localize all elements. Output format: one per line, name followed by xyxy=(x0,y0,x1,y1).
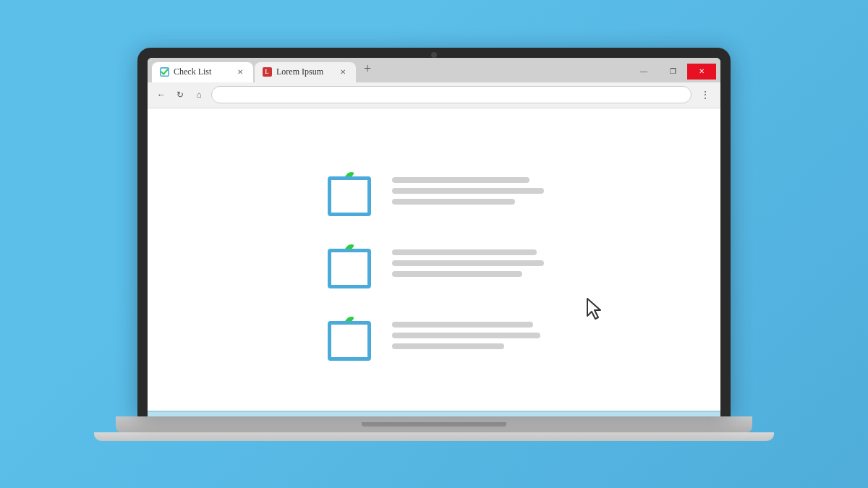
minimize-button[interactable]: — xyxy=(629,64,658,80)
home-button[interactable]: ⌂ xyxy=(192,88,205,101)
text-line-1-1 xyxy=(392,177,529,183)
checkbox-3[interactable]: ✓ xyxy=(324,310,375,361)
browser-status-bar xyxy=(148,411,720,416)
browser-window: Check List ✕ L Lorem Ipsum ✕ + — ❐ xyxy=(148,58,720,416)
laptop-screen: Check List ✕ L Lorem Ipsum ✕ + — ❐ xyxy=(137,48,731,416)
text-line-1-2 xyxy=(392,188,544,194)
restore-button[interactable]: ❐ xyxy=(658,64,687,80)
browser-menu-button[interactable]: ⋮ xyxy=(697,89,713,101)
tab-checklist-label: Check List xyxy=(174,67,230,77)
tab-checklist[interactable]: Check List ✕ xyxy=(152,62,253,82)
lorem-favicon: L xyxy=(262,67,272,77)
text-line-3-3 xyxy=(392,343,504,349)
text-line-1-3 xyxy=(392,199,515,205)
camera xyxy=(431,52,437,58)
back-button[interactable]: ← xyxy=(155,88,168,101)
text-lines-3 xyxy=(392,322,540,349)
text-lines-2 xyxy=(392,249,544,277)
laptop: Check List ✕ L Lorem Ipsum ✕ + — ❐ xyxy=(94,48,774,441)
laptop-hinge xyxy=(362,422,506,427)
checklist-favicon xyxy=(159,67,169,77)
text-line-3-2 xyxy=(392,333,540,338)
checklist-item-3: ✓ xyxy=(324,310,544,361)
svg-marker-1 xyxy=(587,299,600,319)
close-button[interactable]: ✕ xyxy=(687,64,716,80)
checkbox-box-1 xyxy=(328,176,371,216)
checklist-item-1: ✓ xyxy=(324,166,544,216)
mouse-cursor-icon xyxy=(584,297,605,324)
tab-lorem[interactable]: L Lorem Ipsum ✕ xyxy=(255,62,356,82)
refresh-button[interactable]: ↻ xyxy=(174,88,187,101)
tab-checklist-close[interactable]: ✕ xyxy=(234,67,246,78)
address-bar: ← ↻ ⌂ ⋮ xyxy=(148,82,720,108)
text-line-2-1 xyxy=(392,249,537,255)
checkbox-2[interactable]: ✓ xyxy=(324,238,375,288)
checkbox-box-2 xyxy=(328,249,371,288)
window-controls: — ❐ ✕ xyxy=(629,64,716,80)
checklist: ✓ ✓ xyxy=(324,166,544,361)
text-line-2-2 xyxy=(392,260,544,266)
add-tab-button[interactable]: + xyxy=(357,59,378,80)
checkbox-box-3 xyxy=(328,321,371,361)
text-line-2-3 xyxy=(392,271,522,277)
page-content: ✓ ✓ xyxy=(148,108,720,411)
checklist-item-2: ✓ xyxy=(324,238,544,288)
lorem-favicon-icon: L xyxy=(263,67,272,77)
tab-bar: Check List ✕ L Lorem Ipsum ✕ + — ❐ xyxy=(148,58,720,82)
text-lines-1 xyxy=(392,177,544,205)
laptop-base xyxy=(116,416,752,432)
url-input[interactable] xyxy=(211,86,692,103)
checkbox-1[interactable]: ✓ xyxy=(324,166,375,216)
tab-lorem-label: Lorem Ipsum xyxy=(276,67,333,77)
tab-lorem-close[interactable]: ✕ xyxy=(337,67,349,78)
text-line-3-1 xyxy=(392,322,533,328)
laptop-feet xyxy=(94,432,774,441)
